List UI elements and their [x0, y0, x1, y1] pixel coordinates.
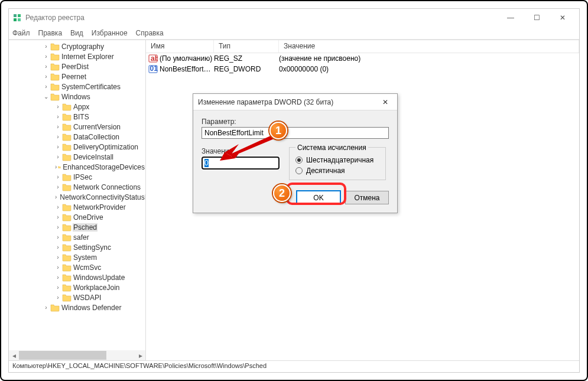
- tree-node[interactable]: ›Appx: [9, 102, 145, 112]
- tree-node[interactable]: ›DataCollection: [9, 132, 145, 142]
- close-button[interactable]: ✕: [550, 9, 576, 26]
- dialog-titlebar: Изменение параметра DWORD (32 бита) ✕: [193, 94, 397, 110]
- window-title: Редактор реестра: [25, 14, 498, 22]
- folder-icon: [62, 133, 72, 141]
- menu-edit[interactable]: Правка: [38, 29, 63, 37]
- folder-icon: [62, 223, 72, 232]
- folder-icon: [50, 93, 60, 101]
- registry-value-row[interactable]: (По умолчанию)REG_SZ(значение не присвое…: [146, 53, 579, 64]
- cancel-button[interactable]: Отмена: [345, 191, 389, 204]
- scroll-right-icon[interactable]: ▸: [135, 350, 145, 360]
- tree-node[interactable]: ›DeviceInstall: [9, 152, 145, 162]
- callout-1: 1: [269, 122, 287, 139]
- callout-2: 2: [273, 184, 291, 202]
- folder-icon: [62, 213, 72, 222]
- maximize-button[interactable]: ☐: [524, 9, 550, 26]
- tree-node[interactable]: ›OneDrive: [9, 212, 145, 222]
- tree-node[interactable]: ›BITS: [9, 112, 145, 122]
- tree-pane[interactable]: ›Cryptography›Internet Explorer›PeerDist…: [9, 40, 146, 360]
- tree-node[interactable]: ›Internet Explorer: [9, 51, 145, 61]
- arrow-annotation: [220, 130, 276, 162]
- folder-icon: [62, 233, 72, 242]
- folder-icon: [62, 253, 72, 262]
- titlebar: Редактор реестра — ☐ ✕: [9, 9, 579, 27]
- folder-icon: [50, 73, 60, 81]
- folder-icon: [62, 203, 72, 211]
- tree-node[interactable]: ›IPSec: [9, 172, 145, 182]
- folder-icon: [62, 113, 72, 121]
- col-value[interactable]: Значение: [279, 40, 579, 53]
- tree-node[interactable]: ›PeerDist: [9, 61, 145, 71]
- tree-node[interactable]: ›Cryptography: [9, 41, 145, 51]
- param-label: Параметр:: [202, 118, 389, 126]
- folder-icon: [50, 304, 60, 312]
- tree-node[interactable]: ›Psched: [9, 222, 145, 232]
- status-bar: Компьютер\HKEY_LOCAL_MACHINE\SOFTWARE\Po…: [9, 360, 579, 372]
- registry-value-row[interactable]: NonBestEffortLi...REG_DWORD0x00000000 (0…: [146, 64, 579, 74]
- scroll-left-icon[interactable]: ◂: [9, 350, 19, 360]
- folder-icon: [50, 43, 60, 51]
- tree-node[interactable]: ›Network Connections: [9, 182, 145, 192]
- tree-node[interactable]: ›SettingSync: [9, 242, 145, 252]
- tree-node[interactable]: ›WcmSvc: [9, 262, 145, 272]
- folder-icon: [50, 83, 60, 91]
- menu-help[interactable]: Справка: [136, 29, 164, 37]
- folder-icon: [62, 273, 72, 282]
- tree-node[interactable]: ›Peernet: [9, 71, 145, 82]
- minimize-button[interactable]: —: [498, 9, 524, 26]
- tree-node[interactable]: ›DeliveryOptimization: [9, 142, 145, 152]
- folder-icon: [62, 294, 72, 302]
- base-legend: Система исчисления: [295, 144, 368, 152]
- col-type[interactable]: Тип: [214, 40, 279, 53]
- radio-hex[interactable]: Шестнадцатеричная: [295, 156, 379, 164]
- dialog-close-button[interactable]: ✕: [378, 95, 392, 109]
- radio-dec-button[interactable]: [295, 167, 303, 174]
- tree-node[interactable]: ›safer: [9, 232, 145, 242]
- tree-node[interactable]: ›WSDAPI: [9, 292, 145, 302]
- ok-highlight-ring: [286, 183, 346, 205]
- radio-hex-button[interactable]: [295, 157, 303, 164]
- folder-icon: [62, 143, 72, 151]
- folder-icon: [62, 153, 72, 161]
- radio-dec[interactable]: Десятичная: [295, 167, 379, 175]
- dialog-title: Изменение параметра DWORD (32 бита): [198, 98, 378, 106]
- folder-icon: [62, 243, 72, 252]
- menu-favorites[interactable]: Избранное: [92, 29, 128, 37]
- tree-node[interactable]: ›CurrentVersion: [9, 122, 145, 132]
- tree-node[interactable]: ›EnhancedStorageDevices: [9, 162, 145, 172]
- base-fieldset: Система исчисления Шестнадцатеричная Дес…: [289, 147, 386, 180]
- tree-node[interactable]: ›WorkplaceJoin: [9, 282, 145, 292]
- folder-icon: [62, 173, 72, 181]
- col-name[interactable]: Имя: [146, 40, 214, 53]
- tree-node[interactable]: ›System: [9, 252, 145, 262]
- folder-icon: [50, 63, 60, 71]
- tree-node[interactable]: ›SystemCertificates: [9, 82, 145, 92]
- tree-scrollbar[interactable]: ◂ ▸: [9, 350, 145, 360]
- tree-node[interactable]: ⌄Windows: [9, 92, 145, 102]
- folder-icon: [62, 284, 72, 292]
- menu-file[interactable]: Файл: [12, 29, 30, 37]
- menu-view[interactable]: Вид: [70, 29, 83, 37]
- folder-icon: [62, 103, 72, 111]
- app-icon: [12, 13, 22, 22]
- tree-node[interactable]: ›NetworkConnectivityStatusIndicator: [9, 192, 145, 202]
- folder-icon: [62, 263, 72, 272]
- folder-icon: [58, 163, 61, 171]
- tree-node[interactable]: ›Windows Defender: [9, 302, 145, 312]
- tree-node[interactable]: ›WindowsUpdate: [9, 272, 145, 282]
- folder-icon: [50, 53, 60, 61]
- list-header: Имя Тип Значение: [146, 40, 579, 53]
- string-value-icon: [148, 54, 158, 63]
- menubar: Файл Правка Вид Избранное Справка: [9, 27, 579, 40]
- folder-icon: [62, 183, 72, 191]
- tree-node[interactable]: ›NetworkProvider: [9, 202, 145, 212]
- svg-marker-8: [225, 135, 275, 158]
- folder-icon: [62, 123, 72, 131]
- binary-value-icon: [148, 64, 158, 74]
